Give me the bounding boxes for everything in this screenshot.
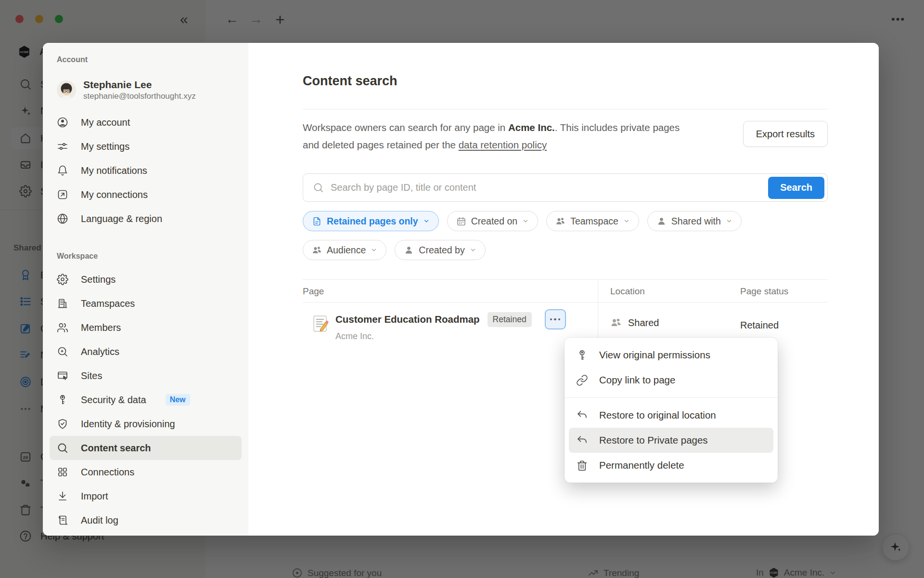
sidebar-item-security-data[interactable]: Security & data New bbox=[50, 388, 242, 412]
column-header-page-status: Page status bbox=[740, 286, 788, 297]
column-header-location: Location bbox=[610, 286, 645, 297]
menu-item-copy-link-to-page[interactable]: Copy link to page bbox=[569, 368, 773, 393]
memo-page-icon bbox=[310, 314, 330, 333]
search-input[interactable] bbox=[331, 182, 768, 193]
page-workspace-subtitle: Acme Inc. bbox=[335, 331, 374, 342]
filter-shared-with[interactable]: Shared with bbox=[647, 211, 742, 231]
sidebar-item-my-connections[interactable]: My connections bbox=[50, 183, 242, 207]
workspace-menu: Settings Teamspaces Members Analytics Si… bbox=[50, 267, 242, 532]
sidebar-item-content-search[interactable]: Content search bbox=[50, 436, 242, 460]
people-icon bbox=[312, 245, 322, 255]
sidebar-item-my-notifications[interactable]: My notifications bbox=[50, 158, 242, 183]
sidebar-item-my-settings[interactable]: My settings bbox=[50, 134, 242, 158]
avatar bbox=[57, 80, 76, 100]
sidebar-item-sites[interactable]: Sites bbox=[50, 364, 242, 388]
filter-teamspace[interactable]: Teamspace bbox=[546, 211, 639, 231]
person-icon bbox=[404, 245, 414, 255]
chevron-down-icon bbox=[470, 247, 476, 253]
user-name: Stephanie Lee bbox=[83, 79, 196, 91]
chevron-down-icon bbox=[522, 218, 529, 224]
sidebar-item-my-account[interactable]: My account bbox=[50, 110, 242, 134]
search-icon bbox=[313, 182, 324, 193]
menu-item-restore-to-original-location[interactable]: Restore to original location bbox=[569, 403, 773, 428]
scroll-icon bbox=[57, 514, 68, 526]
data-retention-policy-link[interactable]: data retention policy bbox=[459, 139, 547, 150]
undo-icon bbox=[576, 434, 588, 447]
grid-icon bbox=[57, 466, 68, 478]
magnifier-icon bbox=[57, 442, 68, 454]
title-divider bbox=[303, 109, 828, 109]
filter-retained-pages-only[interactable]: Retained pages only bbox=[303, 211, 439, 231]
workspace-name: Acme Inc. bbox=[508, 122, 555, 133]
sliders-icon bbox=[57, 141, 68, 152]
chevron-down-icon bbox=[726, 218, 732, 224]
gear-icon bbox=[57, 274, 68, 285]
filter-audience[interactable]: Audience bbox=[303, 240, 386, 260]
chevron-down-icon bbox=[423, 218, 430, 224]
sidebar-item-teamspaces[interactable]: Teamspaces bbox=[50, 291, 242, 315]
page-title-cell[interactable]: Customer Education Roadmap bbox=[335, 314, 480, 325]
user-email: stephanie@toolsforthought.xyz bbox=[83, 91, 196, 102]
export-results-button[interactable]: Export results bbox=[743, 121, 828, 147]
menu-item-view-original-permissions[interactable]: View original permissions bbox=[569, 342, 773, 368]
page-description: Workspace owners can search for any page… bbox=[303, 119, 688, 154]
page-icon bbox=[312, 216, 322, 226]
link-icon bbox=[576, 374, 588, 386]
filter-created-on[interactable]: Created on bbox=[447, 211, 538, 231]
calendar-icon bbox=[456, 216, 466, 226]
search-button[interactable]: Search bbox=[768, 177, 824, 199]
location-cell: Shared bbox=[610, 317, 659, 328]
menu-item-restore-to-private-pages[interactable]: Restore to Private pages bbox=[569, 428, 773, 453]
page-status-cell: Retained bbox=[740, 320, 779, 331]
row-actions-menu: View original permissions Copy link to p… bbox=[565, 338, 778, 483]
chevron-down-icon bbox=[371, 247, 377, 253]
sidebar-item-members[interactable]: Members bbox=[50, 315, 242, 340]
building-icon bbox=[57, 298, 68, 309]
page-title: Content search bbox=[303, 74, 398, 89]
shield-check-icon bbox=[57, 418, 68, 430]
browser-cursor-icon bbox=[57, 370, 68, 381]
account-menu: My account My settings My notifications … bbox=[50, 110, 242, 231]
account-user-row[interactable]: Stephanie Lee stephanie@toolsforthought.… bbox=[57, 77, 242, 104]
people-icon bbox=[610, 317, 622, 328]
magnifier-sparkle-icon bbox=[57, 346, 68, 357]
key-icon bbox=[57, 394, 68, 406]
sidebar-item-import[interactable]: Import bbox=[50, 484, 242, 508]
trash-icon bbox=[576, 460, 588, 472]
sidebar-item-identity-provisioning[interactable]: Identity & provisioning bbox=[50, 412, 242, 436]
sidebar-item-audit-log[interactable]: Audit log bbox=[50, 508, 242, 532]
column-header-page: Page bbox=[303, 286, 324, 297]
sidebar-item-connections[interactable]: Connections bbox=[50, 460, 242, 484]
chevron-down-icon bbox=[623, 218, 630, 224]
menu-divider bbox=[565, 397, 778, 398]
download-icon bbox=[57, 490, 68, 502]
people-icon bbox=[57, 322, 68, 333]
row-actions-button[interactable] bbox=[545, 309, 566, 329]
globe-icon bbox=[57, 213, 68, 224]
person-icon bbox=[656, 216, 667, 226]
filter-row-2: Audience Created by bbox=[303, 240, 486, 260]
sidebar-item-analytics[interactable]: Analytics bbox=[50, 340, 242, 364]
settings-sidebar: Account Stephanie Lee stephanie@toolsfor… bbox=[43, 43, 248, 536]
bell-icon bbox=[57, 165, 68, 176]
filter-row-1: Retained pages only Created on Teamspace… bbox=[303, 211, 742, 231]
new-badge: New bbox=[166, 394, 190, 406]
person-circle-icon bbox=[57, 117, 68, 128]
menu-item-permanently-delete[interactable]: Permanently delete bbox=[569, 453, 773, 478]
content-search-bar: Search bbox=[303, 173, 828, 202]
sidebar-item-settings[interactable]: Settings bbox=[50, 267, 242, 291]
results-table-header: Page Location Page status bbox=[303, 279, 828, 302]
filter-created-by[interactable]: Created by bbox=[395, 240, 485, 260]
content-search-panel: Content search Workspace owners can sear… bbox=[248, 43, 879, 536]
workspace-section-label: Workspace bbox=[57, 252, 242, 261]
arrow-up-right-square-icon bbox=[57, 189, 68, 200]
sidebar-item-language-region[interactable]: Language & region bbox=[50, 207, 242, 231]
people-icon bbox=[555, 216, 565, 226]
undo-icon bbox=[576, 409, 588, 421]
account-section-label: Account bbox=[57, 55, 242, 64]
key-icon bbox=[576, 349, 588, 361]
retained-badge: Retained bbox=[488, 312, 532, 327]
